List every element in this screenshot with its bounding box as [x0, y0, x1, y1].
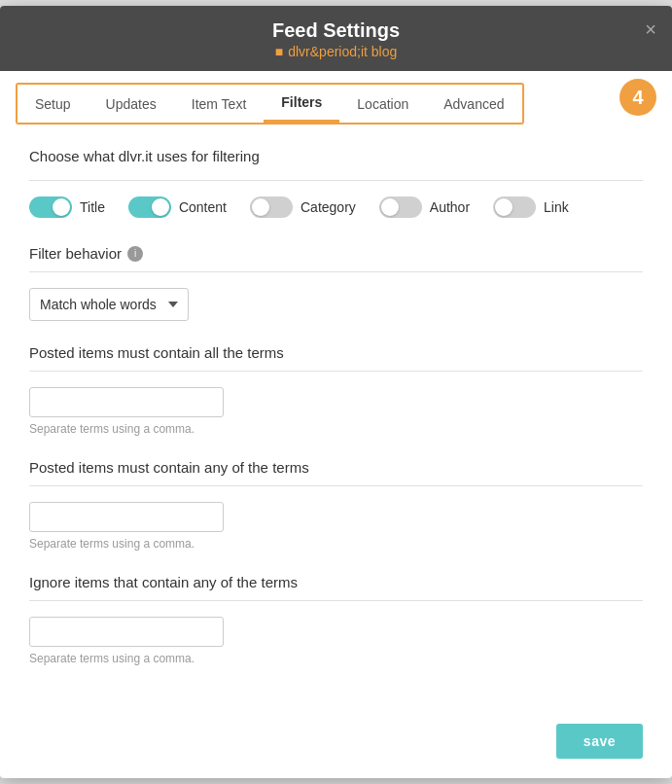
- terms-any-section: Posted items must contain any of the ter…: [29, 459, 643, 551]
- filter-author: Author: [379, 196, 470, 218]
- terms-all-section: Posted items must contain all the terms …: [29, 344, 643, 436]
- terms-ignore-input[interactable]: [29, 617, 224, 647]
- terms-all-input[interactable]: [29, 387, 224, 417]
- filter-link: Link: [493, 196, 569, 218]
- title-toggle[interactable]: [29, 196, 72, 218]
- terms-any-title: Posted items must contain any of the ter…: [29, 459, 643, 476]
- tab-filters[interactable]: Filters: [264, 85, 339, 123]
- close-button[interactable]: ×: [645, 19, 656, 39]
- category-toggle[interactable]: [250, 196, 293, 218]
- terms-ignore-section: Ignore items that contain any of the ter…: [29, 574, 643, 665]
- tab-advanced[interactable]: Advanced: [426, 85, 521, 123]
- modal-header: Feed Settings ■ dlvr&period;it blog ×: [0, 6, 672, 71]
- link-label: Link: [544, 199, 569, 215]
- terms-any-hint: Separate terms using a comma.: [29, 537, 643, 551]
- link-toggle[interactable]: [493, 196, 536, 218]
- save-button[interactable]: save: [556, 724, 643, 759]
- tabs-wrapper: Setup Updates Item Text Filters Location…: [16, 83, 524, 125]
- author-label: Author: [430, 199, 470, 215]
- behavior-select[interactable]: Match whole words Match partial words Ex…: [29, 288, 189, 321]
- info-icon[interactable]: i: [127, 246, 143, 262]
- tab-setup[interactable]: Setup: [18, 85, 88, 123]
- content-toggle[interactable]: [128, 196, 171, 218]
- filter-behavior-header: Filter behavior i: [29, 245, 643, 262]
- filter-content: Content: [128, 196, 227, 218]
- filter-category: Category: [250, 196, 356, 218]
- author-toggle[interactable]: [379, 196, 422, 218]
- divider-2: [29, 271, 643, 272]
- divider-4: [29, 485, 643, 486]
- rss-icon: ■: [275, 44, 283, 59]
- divider-5: [29, 600, 643, 601]
- tabs-container: Setup Updates Item Text Filters Location…: [0, 71, 672, 125]
- category-label: Category: [301, 199, 356, 215]
- tab-location[interactable]: Location: [339, 85, 426, 123]
- terms-all-hint: Separate terms using a comma.: [29, 422, 643, 436]
- tab-badge: 4: [619, 79, 656, 116]
- feed-settings-modal: Feed Settings ■ dlvr&period;it blog × Se…: [0, 6, 672, 778]
- filtering-section: Choose what dlvr.it uses for filtering T…: [29, 148, 643, 218]
- divider-3: [29, 371, 643, 372]
- filters-row: Title Content Category Author Link: [29, 196, 643, 218]
- content-label: Content: [179, 199, 227, 215]
- terms-ignore-title: Ignore items that contain any of the ter…: [29, 574, 643, 590]
- main-content: Choose what dlvr.it uses for filtering T…: [0, 125, 672, 712]
- modal-title: Feed Settings: [19, 19, 653, 42]
- filter-behavior-section: Filter behavior i Match whole words Matc…: [29, 245, 643, 321]
- divider-1: [29, 180, 643, 181]
- tab-updates[interactable]: Updates: [88, 85, 174, 123]
- filter-behavior-title-text: Filter behavior: [29, 245, 122, 262]
- title-label: Title: [80, 199, 105, 215]
- tab-item-text[interactable]: Item Text: [174, 85, 265, 123]
- modal-footer: save: [0, 712, 672, 778]
- modal-subtitle: ■ dlvr&period;it blog: [19, 44, 653, 59]
- terms-ignore-hint: Separate terms using a comma.: [29, 652, 643, 665]
- filtering-title: Choose what dlvr.it uses for filtering: [29, 148, 643, 164]
- terms-any-input[interactable]: [29, 502, 224, 532]
- filter-title: Title: [29, 196, 105, 218]
- terms-all-title: Posted items must contain all the terms: [29, 344, 643, 361]
- feed-name: dlvr&period;it blog: [288, 44, 397, 59]
